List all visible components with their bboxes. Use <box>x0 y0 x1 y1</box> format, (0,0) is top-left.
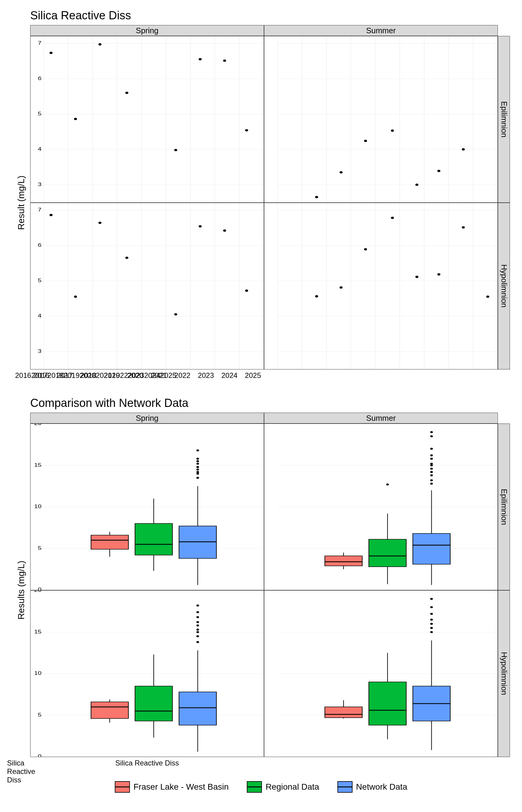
svg-point-125 <box>196 460 199 462</box>
svg-point-186 <box>196 616 199 618</box>
legend-key-icon <box>337 781 353 793</box>
svg-point-121 <box>196 471 199 473</box>
svg-point-15 <box>49 52 53 54</box>
svg-rect-113 <box>135 524 173 555</box>
svg-point-183 <box>196 629 199 631</box>
legend-item: Fraser Lake - West Basin <box>115 781 229 793</box>
svg-point-161 <box>430 435 433 438</box>
svg-rect-144 <box>369 539 406 567</box>
svg-point-160 <box>430 448 433 450</box>
x-ticks-1: 2016201720182019202020212022202320242025 <box>12 369 30 382</box>
svg-point-48 <box>437 170 440 172</box>
panel-summer-epi <box>264 36 498 203</box>
svg-point-20 <box>199 58 202 60</box>
svg-point-162 <box>430 431 433 433</box>
x-ticks-2: 2016201720182019202020212022202320242025 <box>30 369 264 382</box>
svg-point-124 <box>196 463 199 465</box>
legend-item: Regional Data <box>247 781 319 793</box>
svg-point-22 <box>245 129 248 131</box>
svg-text:3: 3 <box>38 348 41 354</box>
svg-point-47 <box>415 184 418 186</box>
svg-text:4: 4 <box>38 313 41 319</box>
svg-point-187 <box>196 611 199 613</box>
svg-rect-170 <box>91 702 128 719</box>
svg-text:7: 7 <box>38 207 41 212</box>
box-panel-spring-hyp: 05101520 <box>30 590 264 757</box>
svg-rect-109 <box>91 535 128 549</box>
panel-spring-hyp: 34567 <box>30 203 264 369</box>
svg-point-146 <box>386 483 389 485</box>
box-col-strip-spring: Spring <box>30 413 264 424</box>
svg-point-70 <box>174 313 177 316</box>
col-strip-summer: Summer <box>264 25 498 36</box>
svg-point-212 <box>430 627 433 629</box>
svg-text:0: 0 <box>38 753 41 757</box>
svg-point-98 <box>415 276 418 278</box>
svg-text:5: 5 <box>38 712 41 718</box>
svg-point-153 <box>430 474 433 476</box>
box-col-strip-summer: Summer <box>264 413 498 424</box>
svg-text:4: 4 <box>38 146 41 151</box>
svg-text:20: 20 <box>34 424 42 426</box>
svg-point-72 <box>223 229 226 232</box>
svg-rect-140 <box>325 556 362 566</box>
chart1-title: Silica Reactive Diss <box>30 9 510 22</box>
panel-spring-epi: 34567 <box>30 36 264 203</box>
svg-point-69 <box>125 257 128 259</box>
svg-point-43 <box>315 196 318 199</box>
svg-point-44 <box>340 171 343 174</box>
svg-text:6: 6 <box>38 75 41 81</box>
svg-point-211 <box>430 631 433 633</box>
legend-key-icon <box>115 781 130 793</box>
svg-text:0: 0 <box>38 587 41 590</box>
svg-rect-201 <box>325 707 362 718</box>
svg-point-19 <box>174 149 177 151</box>
svg-point-213 <box>430 623 433 625</box>
svg-point-180 <box>196 641 199 643</box>
svg-text:10: 10 <box>34 504 42 509</box>
svg-point-181 <box>196 635 199 637</box>
svg-point-119 <box>196 477 199 479</box>
box-facet-grid: Spring Summer Results (mg/L) 05101520 Ep… <box>12 413 510 769</box>
chart1-ylabel: Result (mg/L) <box>12 36 30 369</box>
chart2-title: Comparison with Network Data <box>30 397 510 410</box>
svg-point-126 <box>196 458 199 460</box>
svg-point-154 <box>430 471 433 473</box>
svg-text:5: 5 <box>38 545 41 551</box>
box-x-ticks-2: Silica Reactive Diss <box>30 757 264 769</box>
svg-point-97 <box>391 217 394 219</box>
svg-point-49 <box>462 148 465 151</box>
legend: Fraser Lake - West BasinRegional DataNet… <box>12 781 510 793</box>
svg-text:20: 20 <box>34 591 42 593</box>
svg-point-185 <box>196 621 199 623</box>
svg-point-155 <box>430 468 433 470</box>
svg-point-216 <box>430 606 433 608</box>
svg-point-152 <box>430 480 433 482</box>
svg-point-99 <box>437 273 440 276</box>
svg-point-66 <box>49 214 53 216</box>
svg-text:5: 5 <box>38 110 41 116</box>
chart2-ylabel: Results (mg/L) <box>12 424 30 757</box>
svg-point-157 <box>430 463 433 465</box>
svg-point-46 <box>391 129 394 132</box>
legend-label: Regional Data <box>265 782 319 792</box>
row-strip-epi: Epilimnion <box>498 36 510 203</box>
svg-rect-178 <box>179 692 217 725</box>
svg-text:6: 6 <box>38 242 41 248</box>
svg-point-95 <box>340 286 343 289</box>
svg-point-16 <box>74 118 77 120</box>
panel-summer-hyp <box>264 203 498 369</box>
col-strip-spring: Spring <box>30 25 264 36</box>
svg-point-123 <box>196 466 199 468</box>
svg-point-73 <box>245 289 248 292</box>
svg-rect-205 <box>369 682 406 725</box>
svg-point-188 <box>196 605 199 607</box>
row-strip-hyp: Hypolimnion <box>498 203 510 369</box>
svg-point-17 <box>99 43 101 46</box>
svg-rect-149 <box>413 533 450 564</box>
box-panel-spring-epi: 05101520 <box>30 424 264 590</box>
legend-key-icon <box>247 781 262 793</box>
svg-point-71 <box>199 225 202 227</box>
box-panel-summer-hyp <box>264 590 498 757</box>
svg-point-45 <box>364 140 367 142</box>
